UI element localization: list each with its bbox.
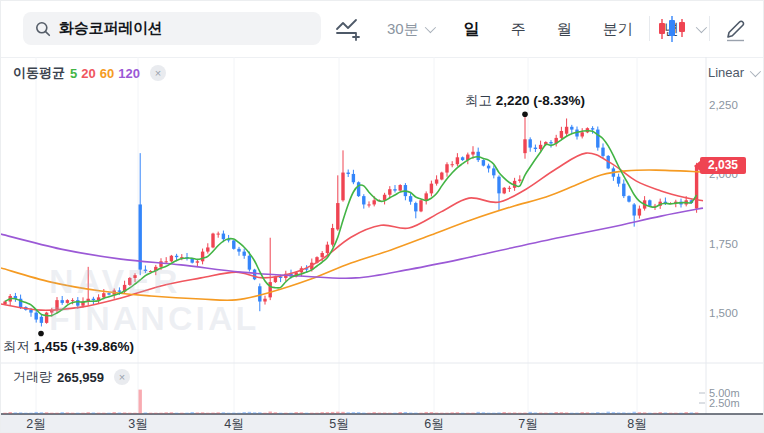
volume-tick: 2.50m xyxy=(709,397,761,409)
period-tab-quarter[interactable]: 분기 xyxy=(603,20,633,39)
scale-label: Linear xyxy=(708,65,744,80)
month-label: 3월 xyxy=(116,416,160,433)
period-tab-day[interactable]: 일 xyxy=(464,19,480,40)
ma-period-label: 20 xyxy=(81,66,95,81)
month-label: 4월 xyxy=(212,416,256,433)
ma-period-label: 5 xyxy=(70,66,77,81)
price-tick: 1,750 xyxy=(709,238,761,250)
chart-type-select[interactable] xyxy=(656,15,704,43)
high-annotation: 최고 2,220 (-8.33%) xyxy=(415,92,635,110)
month-label: 5월 xyxy=(317,416,361,433)
price-tick: 2,250 xyxy=(709,99,761,111)
month-label: 2월 xyxy=(14,416,58,433)
ma-period-label: 60 xyxy=(100,66,114,81)
volume-legend: 거래량 265,959 × xyxy=(13,368,130,386)
ma-period-values: 52060120 xyxy=(70,66,140,81)
period-tab-30min[interactable]: 30분 xyxy=(387,20,433,39)
scale-selector[interactable]: Linear xyxy=(708,65,758,80)
period-tab-month[interactable]: 월 xyxy=(557,20,572,39)
price-tick: 1,500 xyxy=(709,307,761,319)
draw-tool-icon[interactable] xyxy=(721,16,749,42)
stock-chart-app: 화승코퍼레이션 30분일주월분기년 xyxy=(0,0,764,433)
current-price-badge: 2,035 xyxy=(700,157,746,174)
period-tab-week[interactable]: 주 xyxy=(511,20,526,39)
add-indicator-icon[interactable] xyxy=(334,16,362,42)
month-label: 7월 xyxy=(506,416,550,433)
divider xyxy=(649,16,650,41)
ma-period-label: 120 xyxy=(118,66,140,81)
month-label: 6월 xyxy=(412,416,456,433)
chevron-down-icon xyxy=(424,22,435,33)
month-label: 8월 xyxy=(615,416,659,433)
divider xyxy=(709,16,710,41)
low-annotation: 최저 1,455 (+39.86%) xyxy=(3,338,134,356)
candlestick-icon xyxy=(656,15,690,43)
stock-name: 화승코퍼레이션 xyxy=(59,19,163,38)
legend-close-icon[interactable]: × xyxy=(150,65,166,81)
toolbar: 화승코퍼레이션 30분일주월분기년 xyxy=(1,1,763,58)
ma-legend: 이동평균 52060120 × xyxy=(13,64,166,82)
search-icon xyxy=(35,21,51,37)
ma-legend-label: 이동평균 xyxy=(13,64,65,82)
volume-legend-close-icon[interactable]: × xyxy=(114,369,130,385)
stock-search[interactable]: 화승코퍼레이션 xyxy=(23,12,321,45)
